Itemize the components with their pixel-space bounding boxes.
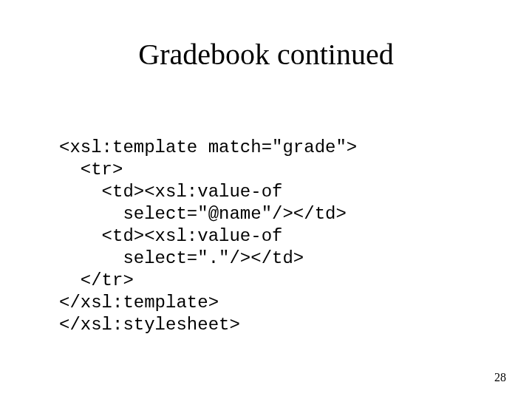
slide-title: Gradebook continued — [0, 37, 532, 72]
code-line: <td><xsl:value-of — [59, 226, 282, 246]
page-number: 28 — [494, 371, 506, 384]
code-line: select="@name"/></td> — [59, 204, 347, 224]
code-block: <xsl:template match="grade"> <tr> <td><x… — [59, 115, 357, 336]
code-line: </xsl:template> — [59, 293, 219, 313]
code-line: <td><xsl:value-of — [59, 182, 282, 202]
code-line: <tr> — [59, 160, 123, 180]
slide: Gradebook continued <xsl:template match=… — [0, 0, 532, 399]
code-line: </tr> — [59, 270, 134, 290]
code-line: select="."/></td> — [59, 248, 304, 268]
code-line: </xsl:stylesheet> — [59, 315, 240, 335]
code-line: <xsl:template match="grade"> — [59, 137, 357, 157]
